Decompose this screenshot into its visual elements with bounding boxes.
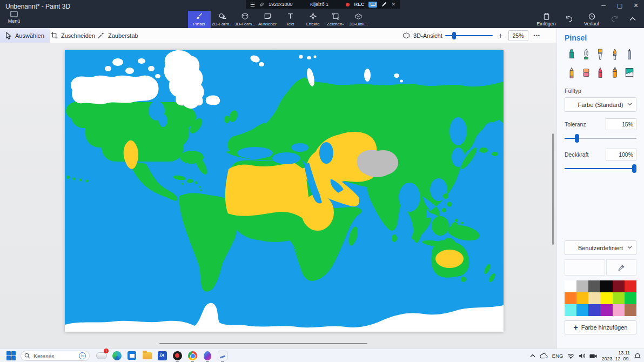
magic-wand-button[interactable]: Zauberstab <box>92 28 144 43</box>
more-options-button[interactable]: ••• <box>534 33 540 38</box>
palette-swatch[interactable] <box>588 304 600 316</box>
collapse-ribbon-button[interactable] <box>625 17 641 22</box>
annotate-pencil-icon[interactable] <box>381 2 387 7</box>
chrome-browser-icon[interactable] <box>187 350 198 361</box>
palette-swatch[interactable] <box>625 280 636 292</box>
eyedropper-button[interactable] <box>606 259 636 276</box>
maximize-button[interactable]: ▢ <box>612 0 628 11</box>
tab-brushes[interactable]: Pinsel <box>188 11 211 28</box>
zoom-in-button[interactable]: + <box>498 31 502 40</box>
flat-brush-icon[interactable] <box>593 48 608 62</box>
opacity-slider[interactable] <box>565 168 636 169</box>
edge-browser-icon[interactable] <box>111 350 122 361</box>
palette-swatch[interactable] <box>576 304 588 316</box>
palette-swatch[interactable] <box>625 304 636 316</box>
title-bar: Unbenannt* - Paint 3D ☰ 1920x1080 Kijelz… <box>0 0 644 28</box>
horizontal-scrollbar[interactable] <box>159 343 367 344</box>
add-color-button[interactable]: + Farbe hinzufügen <box>565 320 636 334</box>
palette-swatch[interactable] <box>588 292 600 304</box>
watercolor-brush-icon[interactable] <box>608 48 622 62</box>
brush-panel: Pinsel Fülltyp Farbe (Standard) Toleranz… <box>556 28 644 348</box>
minimize-button[interactable]: ─ <box>595 0 612 11</box>
recorder-suite-app-icon[interactable]: /A <box>157 350 167 361</box>
menu-button[interactable]: Menü <box>3 11 25 27</box>
select-tool-button[interactable]: Auswählen <box>0 28 50 43</box>
opacity-value[interactable]: 100% <box>606 149 636 160</box>
palette-swatch[interactable] <box>576 280 588 292</box>
palette-swatch[interactable] <box>565 280 576 292</box>
eraser-icon[interactable] <box>579 66 594 80</box>
tab-canvas[interactable]: Zeichen- <box>324 11 347 28</box>
zoom-slider-thumb[interactable] <box>452 32 456 39</box>
language-indicator[interactable]: ENG <box>552 353 564 359</box>
start-button[interactable] <box>6 351 16 360</box>
marker-brush-icon[interactable] <box>565 48 579 62</box>
onedrive-cloud-icon[interactable] <box>540 353 548 359</box>
redo-button[interactable] <box>606 16 622 24</box>
redo-icon <box>611 16 619 23</box>
palette-swatch[interactable] <box>565 292 576 304</box>
recording-status: REC <box>354 2 364 7</box>
tab-3d-shapes[interactable]: 3D-Form... <box>233 11 256 28</box>
palette-swatch[interactable] <box>625 292 636 304</box>
pixel-pen-icon[interactable] <box>622 48 636 62</box>
notification-bell-icon[interactable] <box>634 353 641 359</box>
clock[interactable]: 13:11 2023. 12. 09. <box>601 350 630 362</box>
tab-3d-library[interactable]: 3D-Bibli... <box>347 11 370 28</box>
tray-chevron-up-icon[interactable] <box>530 354 535 358</box>
tolerance-slider-thumb[interactable] <box>575 134 579 143</box>
weather-cloud-app-icon[interactable]: 1 <box>96 350 107 361</box>
spray-can-icon[interactable] <box>608 66 622 80</box>
palette-swatch[interactable] <box>613 304 625 316</box>
zoom-value[interactable]: 25% <box>508 30 528 41</box>
palette-swatch[interactable] <box>600 280 612 292</box>
vertical-scrollbar[interactable] <box>552 133 554 245</box>
hamburger-menu-icon[interactable]: ☰ <box>250 2 255 8</box>
firefox-browser-icon[interactable] <box>202 350 213 361</box>
microsoft-store-icon[interactable] <box>126 350 137 361</box>
tolerance-slider[interactable] <box>565 138 636 139</box>
crayon-icon[interactable] <box>593 66 608 80</box>
tab-2d-shapes[interactable]: 2D-Form... <box>211 11 233 28</box>
drawing-canvas[interactable] <box>65 50 504 332</box>
paste-button[interactable]: Einfügen <box>534 13 559 26</box>
zoom-out-button[interactable]: − <box>435 31 440 40</box>
undo-button[interactable] <box>561 16 577 24</box>
wifi-icon[interactable] <box>567 353 574 359</box>
file-explorer-icon[interactable] <box>142 350 152 361</box>
opacity-label: Deckkraft <box>565 151 588 158</box>
paint-app-icon[interactable] <box>217 350 228 361</box>
pencil-icon[interactable] <box>565 66 579 80</box>
history-button[interactable]: Verlauf <box>579 13 604 26</box>
palette-swatch[interactable] <box>576 292 588 304</box>
palette-swatch[interactable] <box>613 292 625 304</box>
fill-type-dropdown[interactable]: Farbe (Standard) <box>565 97 636 112</box>
zoom-slider[interactable] <box>445 35 493 36</box>
palette-swatch[interactable] <box>613 280 625 292</box>
calligraphy-pen-icon[interactable] <box>579 48 594 62</box>
tab-stickers[interactable]: Aufkleber <box>256 11 279 28</box>
map-australia-desert <box>435 250 464 268</box>
tab-text[interactable]: Text <box>279 11 301 28</box>
fill-bucket-icon[interactable] <box>622 66 636 80</box>
tolerance-value[interactable]: 15% <box>606 118 636 130</box>
pin-icon[interactable] <box>259 2 264 7</box>
palette-swatch[interactable] <box>600 304 612 316</box>
current-color-swatch[interactable] <box>565 259 605 276</box>
recorder-close-icon[interactable]: ✕ <box>391 2 395 7</box>
display-select-button[interactable] <box>368 2 377 8</box>
screen-recorder-app-icon[interactable] <box>172 350 183 361</box>
volume-icon[interactable] <box>579 353 585 359</box>
search-placeholder: Keresés <box>33 353 76 359</box>
palette-swatch[interactable] <box>565 304 576 316</box>
palette-mode-dropdown[interactable]: Benutzerdefiniert <box>565 240 636 255</box>
tolerance-label: Toleranz <box>565 121 586 128</box>
opacity-slider-thumb[interactable] <box>632 164 636 173</box>
close-button[interactable]: ✕ <box>628 0 644 11</box>
palette-swatch[interactable] <box>588 280 600 292</box>
tab-effects[interactable]: Effekte <box>301 11 324 28</box>
camera-tray-icon[interactable] <box>589 353 597 359</box>
world-map-painting[interactable] <box>65 50 504 332</box>
taskbar-search[interactable]: Keresés b <box>21 351 90 361</box>
palette-swatch[interactable] <box>600 292 612 304</box>
